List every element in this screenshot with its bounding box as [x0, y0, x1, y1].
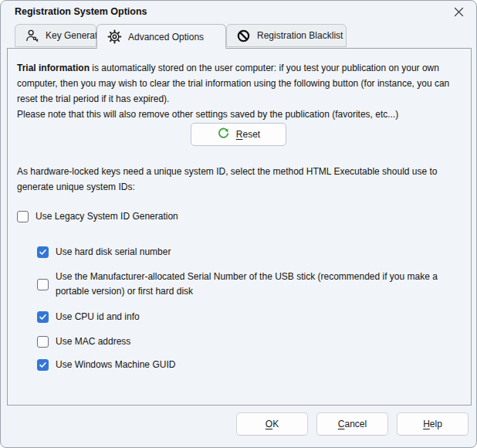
tab-advanced-options[interactable]: Advanced Options — [96, 24, 226, 49]
cpu-id-checkbox[interactable] — [37, 311, 49, 323]
legacy-system-id-row[interactable]: Use Legacy System ID Generation — [17, 209, 178, 224]
trial-information-text: Trial information is automatically store… — [17, 60, 469, 122]
hardware-locked-keys-text: As hardware-locked keys need a unique sy… — [17, 164, 469, 195]
cancel-button[interactable]: Cancel — [316, 412, 388, 436]
key-user-icon — [25, 28, 39, 43]
checkbox-label: Use Windows Machine GUID — [56, 358, 175, 372]
windows-guid-checkbox[interactable] — [37, 359, 49, 371]
cpu-id-row[interactable]: Use CPU id and info — [37, 310, 140, 324]
close-button[interactable] — [448, 5, 469, 22]
legacy-system-id-checkbox[interactable] — [17, 211, 29, 222]
usb-serial-row[interactable]: Use the Manufacturer-allocated Serial Nu… — [37, 270, 445, 299]
title-bar: Registration System Options — [1, 1, 476, 24]
trial-information-lead: Trial information — [17, 63, 90, 73]
help-button-label: Help — [423, 419, 442, 429]
hard-disk-serial-checkbox[interactable] — [37, 246, 49, 258]
tab-registration-blacklist[interactable]: Registration Blacklist — [226, 24, 347, 47]
help-button[interactable]: Help — [397, 412, 469, 436]
mac-address-checkbox[interactable] — [37, 336, 49, 348]
tab-key-generator[interactable]: Key Generator — [15, 24, 96, 47]
hard-disk-serial-row[interactable]: Use hard disk serial number — [37, 245, 171, 260]
cancel-button-label: Cancel — [338, 419, 367, 429]
windows-guid-row[interactable]: Use Windows Machine GUID — [37, 358, 175, 372]
trial-information-note: Please note that this will also remove o… — [17, 107, 469, 122]
tab-label: Registration Blacklist — [257, 30, 343, 41]
dialog-title: Registration System Options — [15, 6, 147, 17]
reset-button[interactable]: Reset — [191, 123, 286, 146]
mac-address-row[interactable]: Use MAC address — [37, 334, 130, 349]
refresh-icon — [217, 127, 230, 142]
usb-serial-checkbox[interactable] — [37, 279, 49, 290]
tab-label: Advanced Options — [128, 32, 204, 42]
checkbox-label: Use CPU id and info — [56, 310, 140, 324]
ok-button[interactable]: OK — [236, 412, 308, 436]
reset-button-label: Reset — [236, 129, 260, 140]
prohibition-icon — [236, 28, 251, 43]
advanced-options-panel: Trial information is automatically store… — [7, 48, 472, 406]
close-icon — [454, 6, 464, 20]
registration-system-options-dialog: Registration System Options Key Generato… — [0, 0, 477, 448]
checkbox-label: Use hard disk serial number — [56, 245, 171, 260]
checkbox-label: Use MAC address — [56, 334, 130, 349]
checkbox-label: Use the Manufacturer-allocated Serial Nu… — [56, 270, 445, 299]
gear-icon — [107, 29, 122, 45]
checkbox-label: Use Legacy System ID Generation — [36, 209, 178, 224]
ok-button-label: OK — [266, 419, 279, 429]
